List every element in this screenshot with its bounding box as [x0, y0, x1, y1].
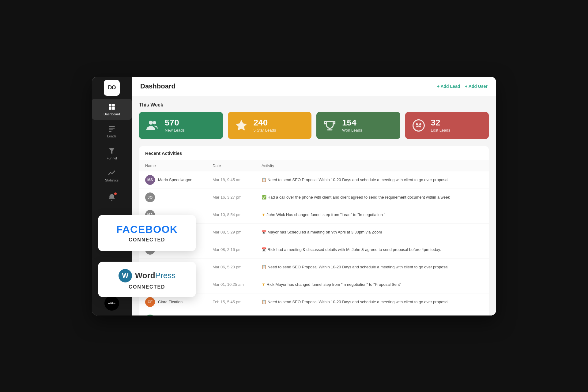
- sidebar-item-dashboard[interactable]: Dashboard: [92, 99, 132, 120]
- cell-date: Mar 06, 5:20 pm: [206, 258, 255, 276]
- trophy-icon: [322, 118, 337, 133]
- page-title: Dashboard: [140, 82, 175, 90]
- svg-rect-2: [109, 107, 111, 110]
- sidebar-bottom: adidas: [104, 296, 119, 311]
- cell-date: Mar 08, 5:29 pm: [206, 223, 255, 241]
- svg-rect-4: [109, 126, 115, 127]
- cell-date: Mar 08, 2:16 pm: [206, 241, 255, 258]
- new-leads-icon: [145, 118, 160, 133]
- sad-icon: [411, 118, 426, 133]
- svg-rect-6: [109, 129, 113, 130]
- col-date: Date: [206, 160, 255, 171]
- new-leads-info: 570 New Leads: [165, 118, 185, 133]
- app-wrapper: DO Dashboard: [92, 77, 496, 315]
- leads-icon: [107, 125, 116, 133]
- dashboard-icon: [107, 103, 116, 111]
- cell-date: Mar 18, 9:45 am: [206, 171, 255, 189]
- svg-rect-1: [112, 104, 115, 106]
- svg-rect-5: [109, 128, 115, 128]
- sidebar-item-statistics[interactable]: Statistics: [92, 165, 132, 186]
- wordpress-card: W WordPress CONNECTED: [98, 262, 196, 297]
- cell-date: Mar 16, 3:27 pm: [206, 189, 255, 206]
- sidebar-leads-label: Leads: [107, 134, 116, 138]
- new-leads-card: 570 New Leads: [139, 112, 223, 139]
- header: Dashboard + Add Lead + Add User: [132, 77, 496, 96]
- svg-marker-8: [109, 148, 114, 153]
- cell-activity: 📋 Need to send SEO Proposal Within 10-20…: [255, 293, 489, 311]
- svg-marker-11: [236, 120, 247, 130]
- statistics-icon: [107, 169, 116, 177]
- table-row: MS Mario Speedwagon Mar 18, 9:45 am 📋 Ne…: [139, 171, 489, 189]
- svg-point-14: [420, 124, 421, 125]
- wordpress-press: Press: [155, 271, 175, 280]
- cell-activity: ✅ Had a call over the phone with client …: [255, 189, 489, 206]
- funnel-icon: [107, 147, 116, 155]
- svg-rect-7: [109, 131, 111, 132]
- person-avatar: MT: [145, 315, 155, 315]
- cell-activity: ✅ Proposal approved over the phone, Wait…: [255, 311, 489, 315]
- cell-date: Mar 10, 8:54 pm: [206, 206, 255, 223]
- bell-icon: [107, 193, 116, 202]
- won-leads-label: Won Leads: [342, 128, 362, 133]
- wordpress-logo: W: [119, 269, 132, 282]
- header-actions: + Add Lead + Add User: [437, 84, 488, 89]
- person-avatar: JO: [145, 192, 155, 202]
- facebook-card: FACEBOOK CONNECTED: [98, 215, 196, 251]
- wordpress-word: Word: [135, 271, 155, 280]
- lost-leads-label: Lost Leads: [431, 128, 450, 133]
- won-leads-info: 154 Won Leads: [342, 118, 362, 133]
- new-leads-label: New Leads: [165, 128, 185, 133]
- cell-name: MS Mario Speedwagon: [139, 171, 206, 189]
- person-avatar: CF: [145, 297, 155, 307]
- new-leads-number: 570: [165, 118, 185, 128]
- sidebar-nav: Dashboard Leads: [92, 99, 132, 205]
- five-star-leads-info: 240 5 Star Leads: [254, 118, 276, 133]
- this-week-title: This Week: [139, 102, 489, 108]
- cell-date: Mar 01, 10:25 am: [206, 276, 255, 293]
- cell-name: MT Moe Thegrass: [139, 311, 206, 315]
- sidebar-dashboard-label: Dashboard: [104, 112, 120, 116]
- facebook-brand: FACEBOOK: [116, 223, 178, 235]
- cell-activity: 📋 Need to send SEO Proposal Within 10-20…: [255, 258, 489, 276]
- person-name: Mario Speedwagon: [158, 177, 192, 182]
- svg-point-9: [149, 121, 153, 125]
- lost-leads-info: 32 Lost Leads: [431, 118, 450, 133]
- person-avatar: MS: [145, 175, 155, 185]
- cell-activity: 📅 Rick had a meeting & discussed details…: [255, 241, 489, 258]
- wordpress-status: CONNECTED: [129, 284, 165, 290]
- notification-badge: [114, 192, 117, 195]
- lost-leads-card: 32 Lost Leads: [405, 112, 489, 139]
- svg-point-10: [153, 121, 156, 124]
- cell-name: JO: [139, 189, 206, 206]
- sidebar-item-notifications[interactable]: [92, 189, 132, 205]
- svg-point-12: [413, 120, 424, 131]
- activities-title: Recent Activities: [139, 146, 489, 160]
- add-user-button[interactable]: + Add User: [465, 84, 488, 89]
- svg-rect-0: [109, 104, 111, 106]
- col-activity: Activity: [255, 160, 489, 171]
- cell-date: Feb 16, 12:25 pm: [206, 311, 255, 315]
- user-avatar[interactable]: adidas: [104, 296, 119, 311]
- sidebar-logo: DO: [104, 80, 120, 96]
- wordpress-brand-row: W WordPress: [119, 269, 175, 282]
- facebook-status: CONNECTED: [129, 237, 165, 243]
- table-row: JO Mar 16, 3:27 pm ✅ Had a call over the…: [139, 189, 489, 206]
- lost-leads-number: 32: [431, 118, 450, 128]
- five-star-leads-card: 240 5 Star Leads: [228, 112, 312, 139]
- won-leads-card: 154 Won Leads: [316, 112, 400, 139]
- stats-row: 570 New Leads 240 5 Star Leads: [139, 112, 489, 139]
- cell-activity: 📅 Mayor has Scheduled a meeting on 9th A…: [255, 223, 489, 241]
- wordpress-text: WordPress: [135, 271, 175, 280]
- sidebar-item-leads[interactable]: Leads: [92, 121, 132, 142]
- sidebar-statistics-label: Statistics: [105, 178, 119, 182]
- won-leads-number: 154: [342, 118, 362, 128]
- cell-activity: ▼ John Wick Has changed funnel step from…: [255, 206, 489, 223]
- svg-point-13: [416, 124, 417, 125]
- col-name: Name: [139, 160, 206, 171]
- add-lead-button[interactable]: + Add Lead: [437, 84, 460, 89]
- five-star-label: 5 Star Leads: [254, 128, 276, 133]
- cell-activity: 📋 Need to send SEO Proposal Within 10-20…: [255, 171, 489, 189]
- table-row: MT Moe Thegrass Feb 16, 12:25 pm ✅ Propo…: [139, 311, 489, 315]
- sidebar-item-funnel[interactable]: Funnel: [92, 143, 132, 164]
- cell-date: Feb 15, 5.45 pm: [206, 293, 255, 311]
